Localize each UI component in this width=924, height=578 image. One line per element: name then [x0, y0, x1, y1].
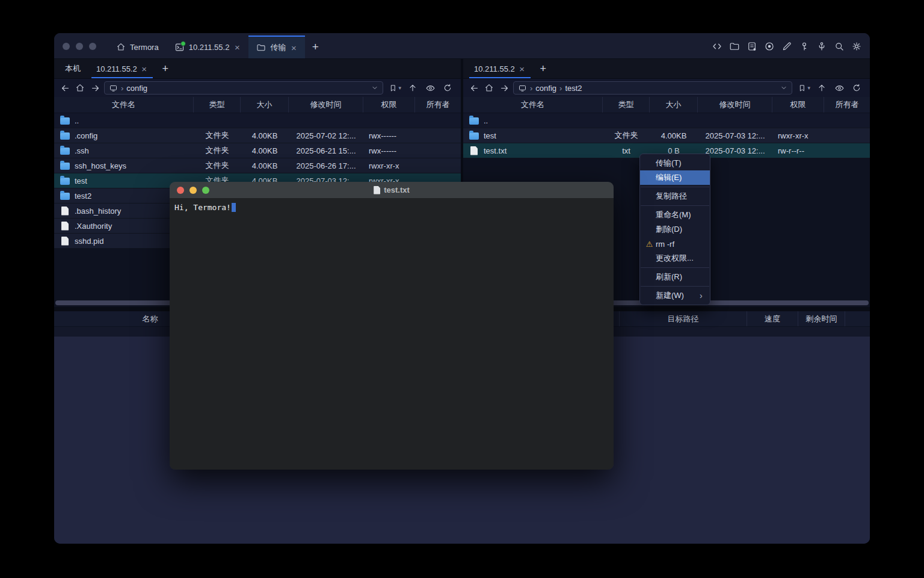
new-tab-button[interactable] — [305, 36, 325, 58]
close-tab-icon[interactable] — [233, 42, 241, 52]
editor-window-controls — [177, 187, 209, 194]
bookmark-dropdown-icon[interactable] — [807, 85, 810, 91]
right-path-actions — [795, 82, 865, 94]
table-row[interactable]: ssh_host_keys 文件夹 4.00KB 2025-06-26 17:.… — [54, 158, 461, 173]
show-hidden-files-button[interactable] — [833, 82, 845, 94]
settings-button[interactable] — [851, 41, 862, 52]
context-menu-item[interactable]: 重命名(M) — [640, 208, 710, 222]
column-header[interactable]: 文件名 — [54, 97, 194, 113]
tab-label: Termora — [130, 43, 159, 52]
minimize-window-button[interactable] — [76, 43, 83, 50]
column-header[interactable]: 权限 — [772, 97, 824, 113]
minimize-window-button[interactable] — [189, 187, 197, 194]
editor-text-area[interactable]: Hi, Termora! — [170, 198, 614, 470]
tab-transfer[interactable]: 传输 — [248, 36, 305, 58]
tab-local-machine[interactable]: 本机 — [57, 59, 88, 78]
home-icon — [116, 42, 126, 52]
show-hidden-files-button[interactable] — [424, 82, 436, 94]
file-size: 4.00KB — [650, 128, 698, 143]
file-type-icon — [61, 207, 69, 216]
breadcrumb-segment[interactable]: config — [118, 84, 147, 93]
new-panel-tab-button[interactable] — [156, 59, 175, 78]
context-menu-item[interactable]: 新建(W) — [640, 288, 710, 303]
context-menu-item[interactable]: 编辑(E) — [640, 170, 710, 185]
maximize-window-button[interactable] — [202, 187, 209, 194]
code-snippets-button[interactable] — [712, 41, 722, 52]
column-header[interactable]: 修改时间 — [289, 97, 363, 113]
close-window-button[interactable] — [63, 43, 70, 50]
macro-record-button[interactable] — [764, 41, 775, 52]
breadcrumb-segment[interactable]: config — [527, 84, 556, 93]
column-header[interactable] — [845, 311, 870, 326]
file-name: .config — [75, 131, 97, 140]
file-name-cell: ssh_host_keys — [54, 158, 194, 173]
context-menu-item[interactable]: 删除(D) — [640, 222, 710, 237]
search-button[interactable] — [834, 41, 845, 52]
forward-button[interactable] — [89, 82, 101, 94]
forward-button[interactable] — [498, 82, 510, 94]
home-button[interactable] — [483, 82, 495, 94]
refresh-button[interactable] — [442, 82, 454, 94]
context-menu-item[interactable]: 刷新(R) — [640, 270, 710, 284]
context-menu-item[interactable]: 更改权限... — [640, 251, 710, 266]
transfer-manager-button[interactable] — [729, 41, 740, 52]
tab-termora-home[interactable]: Termora — [108, 36, 167, 58]
close-tab-icon[interactable] — [290, 43, 297, 52]
breadcrumb-segment[interactable]: test2 — [556, 84, 582, 93]
column-header[interactable]: 剩余时间 — [798, 311, 845, 326]
event-log-button[interactable] — [747, 41, 757, 52]
column-header[interactable]: 类型 — [603, 97, 650, 113]
table-row[interactable]: .. — [463, 113, 870, 128]
table-row[interactable]: .ssh 文件夹 4.00KB 2025-06-21 15:... rwx---… — [54, 143, 461, 158]
column-header[interactable]: 所有者 — [824, 97, 870, 113]
context-menu-item[interactable]: rm -rf — [640, 237, 710, 251]
tab-remote-host[interactable]: 10.211.55.2 — [466, 59, 534, 78]
column-header-label: 大小 — [666, 99, 682, 110]
keychain-button[interactable] — [816, 41, 827, 52]
column-header[interactable]: 速度 — [747, 311, 798, 326]
column-header[interactable]: 大小 — [241, 97, 289, 113]
column-header-label: 所有者 — [836, 99, 859, 110]
close-tab-icon[interactable] — [141, 64, 148, 73]
file-name: .. — [484, 116, 488, 125]
path-dropdown-button[interactable] — [371, 84, 378, 92]
back-button[interactable] — [59, 82, 71, 94]
column-header[interactable]: 所有者 — [415, 97, 461, 113]
column-header[interactable]: 文件名 — [463, 97, 603, 113]
file-owner — [824, 128, 870, 143]
file-type-icon — [470, 146, 478, 155]
table-row[interactable]: test 文件夹 4.00KB 2025-07-03 12:... rwxr-x… — [463, 128, 870, 143]
table-row[interactable]: .. — [54, 113, 461, 128]
path-dropdown-button[interactable] — [780, 84, 787, 92]
edit-button[interactable] — [781, 41, 792, 52]
column-header[interactable]: 类型 — [194, 97, 241, 113]
back-button[interactable] — [468, 82, 480, 94]
column-header[interactable]: 大小 — [650, 97, 698, 113]
breadcrumb[interactable]: config — [104, 81, 383, 95]
table-row[interactable]: .config 文件夹 4.00KB 2025-07-02 12:... rwx… — [54, 128, 461, 143]
bookmark-dropdown-icon[interactable] — [398, 85, 401, 91]
file-mtime: 2025-06-26 17:... — [289, 158, 363, 173]
editor-titlebar[interactable]: test.txt — [170, 182, 614, 198]
file-type-icon — [60, 132, 70, 140]
parent-directory-button[interactable] — [816, 82, 828, 94]
refresh-button[interactable] — [851, 82, 863, 94]
parent-directory-button[interactable] — [407, 82, 419, 94]
key-manager-button[interactable] — [799, 41, 810, 52]
column-header[interactable]: 目标路径 — [620, 311, 747, 326]
maximize-window-button[interactable] — [89, 43, 96, 50]
bookmarks-button[interactable] — [389, 84, 401, 93]
new-panel-tab-button[interactable] — [534, 59, 553, 78]
context-menu-item[interactable]: 复制路径 — [640, 189, 710, 204]
close-tab-icon[interactable] — [519, 64, 526, 73]
column-header[interactable]: 修改时间 — [698, 97, 772, 113]
home-button[interactable] — [74, 82, 86, 94]
column-header-label: 目标路径 — [668, 314, 699, 325]
breadcrumb[interactable]: config test2 — [513, 81, 792, 95]
bookmarks-button[interactable] — [798, 84, 810, 93]
tab-remote-host[interactable]: 10.211.55.2 — [88, 59, 156, 78]
context-menu-item[interactable]: 传输(T) — [640, 156, 710, 170]
close-window-button[interactable] — [177, 187, 184, 194]
tab-terminal-session[interactable]: 10.211.55.2 — [167, 36, 249, 58]
column-header[interactable]: 权限 — [363, 97, 415, 113]
